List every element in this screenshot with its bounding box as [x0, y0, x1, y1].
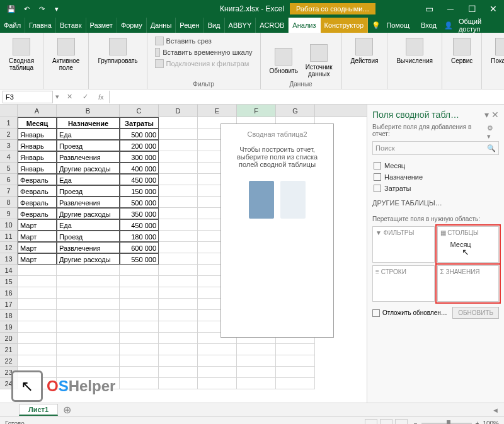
cell[interactable]	[159, 197, 198, 208]
cell[interactable]	[159, 208, 198, 219]
cell[interactable]: Март	[18, 231, 57, 242]
cell[interactable]: Другие расходы	[57, 163, 120, 174]
cell[interactable]	[18, 299, 57, 310]
cell[interactable]	[18, 276, 57, 287]
zoom-out-icon[interactable]: −	[414, 420, 418, 424]
cell[interactable]	[159, 344, 198, 355]
cell[interactable]	[18, 355, 57, 367]
cell[interactable]: 400 000	[120, 163, 159, 174]
row-header[interactable]: 6	[0, 174, 18, 185]
cell[interactable]: Март	[18, 253, 57, 265]
qat-dropdown-icon[interactable]: ▾	[50, 3, 63, 15]
cell[interactable]	[57, 344, 120, 355]
namebox-dropdown-icon[interactable]: ▾	[53, 93, 62, 101]
tab-abbyy[interactable]: ABBYY	[225, 18, 256, 33]
cell[interactable]: Январь	[18, 129, 57, 140]
cell[interactable]: Назначение	[57, 117, 120, 129]
cell[interactable]: Другие расходы	[57, 253, 120, 265]
cell[interactable]	[276, 367, 315, 378]
row-header[interactable]: 8	[0, 197, 18, 208]
field-search-input[interactable]: Поиск 🔍	[372, 141, 499, 155]
tab-formulas[interactable]: Форму	[117, 18, 147, 33]
cell[interactable]: Январь	[18, 163, 57, 174]
row-header[interactable]: 12	[0, 242, 18, 253]
cell[interactable]	[237, 344, 276, 355]
cell[interactable]	[276, 344, 315, 355]
cell[interactable]	[57, 333, 120, 344]
insert-timeline-button[interactable]: Вставить временную шкалу	[152, 47, 255, 58]
row-header[interactable]: 1	[0, 117, 18, 129]
cell[interactable]: Проезд	[57, 140, 120, 151]
row-header[interactable]: 7	[0, 185, 18, 197]
cell[interactable]	[120, 321, 159, 333]
cell[interactable]: Февраль	[18, 208, 57, 219]
cell[interactable]	[237, 355, 276, 367]
cell[interactable]	[198, 355, 237, 367]
tab-design[interactable]: Конструктор	[321, 18, 369, 33]
cell[interactable]	[18, 378, 57, 389]
cell[interactable]	[159, 299, 198, 310]
field-item-cost[interactable]: Затраты	[372, 183, 499, 194]
select-all-corner[interactable]	[0, 105, 18, 117]
cell[interactable]	[159, 253, 198, 265]
drop-zone-rows[interactable]: ≡ СТРОКИ	[372, 265, 435, 302]
cell[interactable]: Еда	[57, 219, 120, 231]
tab-analyze[interactable]: Анализ	[289, 18, 320, 33]
close-icon[interactable]: ✕	[483, 0, 504, 18]
cell[interactable]	[120, 299, 159, 310]
maximize-icon[interactable]: ☐	[461, 0, 483, 18]
cell[interactable]	[198, 378, 237, 389]
drop-zone-columns[interactable]: ▦ СТОЛБЦЫ Месяц	[437, 226, 500, 263]
cell[interactable]	[18, 287, 57, 299]
tab-file[interactable]: Файл	[0, 18, 25, 33]
help-button[interactable]: 💡 Помощ	[368, 18, 417, 33]
cell[interactable]: 300 000	[120, 151, 159, 163]
calculations-button[interactable]: Вычисления	[392, 35, 437, 67]
cell[interactable]: 150 000	[120, 185, 159, 197]
cell[interactable]	[18, 265, 57, 276]
undo-icon[interactable]: ↶	[20, 3, 33, 15]
cell[interactable]: Развлечения	[57, 151, 120, 163]
cell[interactable]	[57, 265, 120, 276]
cell[interactable]	[159, 219, 198, 231]
cell[interactable]: Еда	[57, 129, 120, 140]
cell[interactable]: Январь	[18, 140, 57, 151]
col-header-f[interactable]: F	[237, 105, 276, 117]
cell[interactable]: 180 000	[120, 231, 159, 242]
zoom-in-icon[interactable]: +	[476, 420, 479, 424]
cell[interactable]: 450 000	[120, 174, 159, 185]
confirm-icon[interactable]: ✓	[77, 93, 93, 101]
cell[interactable]	[18, 321, 57, 333]
cell[interactable]	[159, 378, 198, 389]
checkbox-icon[interactable]	[374, 173, 381, 181]
sheet-tab-1[interactable]: Лист1	[19, 404, 58, 416]
field-pane-gear-icon[interactable]: ⚙ ▾	[487, 124, 499, 140]
row-header[interactable]: 10	[0, 219, 18, 231]
cell[interactable]: Развлечения	[57, 242, 120, 253]
update-button[interactable]: ОБНОВИТЬ	[452, 307, 499, 319]
tab-layout[interactable]: Размет	[86, 18, 117, 33]
show-button[interactable]: Показать	[487, 35, 504, 67]
cell[interactable]: Проезд	[57, 185, 120, 197]
data-source-button[interactable]: Источник данных	[302, 35, 336, 86]
cell[interactable]	[159, 129, 198, 140]
formula-input[interactable]	[109, 91, 504, 103]
tools-button[interactable]: Сервис	[447, 35, 476, 67]
cell[interactable]: Развлечения	[57, 197, 120, 208]
cell[interactable]	[159, 265, 198, 276]
row-header[interactable]: 19	[0, 321, 18, 333]
share-button[interactable]: 👤 Общий доступ	[440, 18, 504, 33]
cell[interactable]	[159, 355, 198, 367]
cell[interactable]	[57, 276, 120, 287]
row-header[interactable]: 24	[0, 378, 18, 389]
cell[interactable]	[57, 367, 120, 378]
cell[interactable]	[159, 287, 198, 299]
pivot-table-button[interactable]: Сводная таблица	[5, 35, 38, 74]
cell[interactable]	[159, 333, 198, 344]
row-header[interactable]: 17	[0, 299, 18, 310]
zoom-level[interactable]: 100%	[483, 420, 499, 424]
drop-zone-filters[interactable]: ▼ ФИЛЬТРЫ	[372, 226, 435, 263]
col-header-a[interactable]: A	[18, 105, 57, 117]
cell[interactable]: 600 000	[120, 242, 159, 253]
row-header[interactable]: 21	[0, 344, 18, 355]
